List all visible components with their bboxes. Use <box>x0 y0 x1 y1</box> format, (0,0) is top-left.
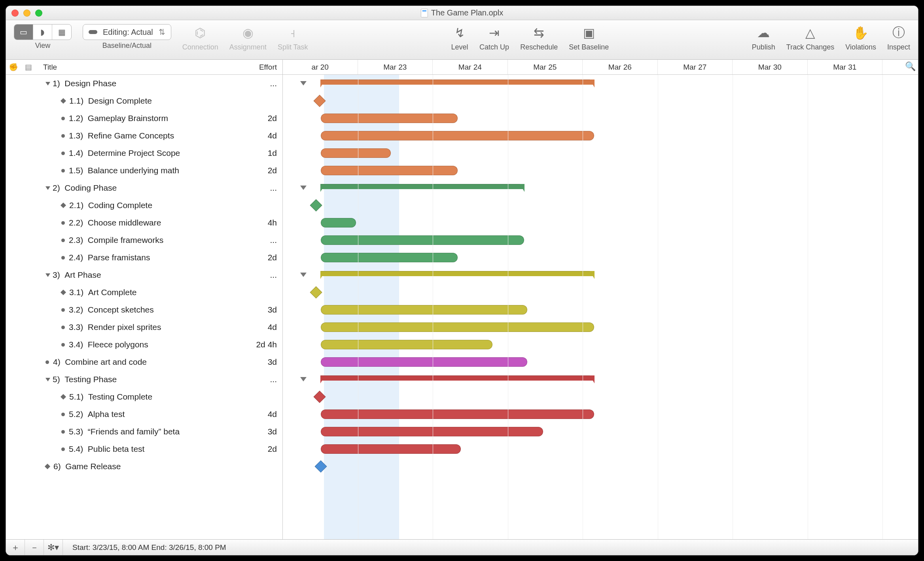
gantt-row[interactable] <box>283 214 918 231</box>
gantt-row[interactable] <box>283 231 918 249</box>
gantt-row[interactable] <box>283 92 918 110</box>
task-bar[interactable] <box>321 218 356 227</box>
task-bar[interactable] <box>321 148 391 158</box>
inspect-icon[interactable]: ⓘ <box>890 24 907 42</box>
gantt-row[interactable] <box>283 179 918 197</box>
task-bar[interactable] <box>321 253 457 262</box>
catchup-icon[interactable]: ⇥ <box>486 24 503 42</box>
task-row[interactable]: 1.3) Refine Game Concepts4d <box>6 127 282 144</box>
task-row[interactable]: 1) Design Phase... <box>6 75 282 92</box>
gantt-view-icon[interactable]: ▭ <box>14 25 33 40</box>
task-bar[interactable] <box>321 166 457 175</box>
task-bar[interactable] <box>321 114 457 123</box>
split-task-icon[interactable]: ⫞ <box>284 24 301 42</box>
task-bar[interactable] <box>321 340 492 349</box>
disclosure-triangle-icon[interactable] <box>45 82 50 85</box>
task-bar[interactable] <box>321 131 594 140</box>
effort-column-header[interactable]: Effort <box>243 63 282 72</box>
view-mode-segment[interactable]: ▭ ◗ ▦ <box>14 24 72 40</box>
add-button[interactable]: ＋ <box>6 540 25 555</box>
gantt-row[interactable] <box>283 388 918 406</box>
group-disclosure-icon[interactable] <box>300 81 307 85</box>
date-header[interactable]: Mar 23 <box>358 60 433 74</box>
action-menu-button[interactable]: ✻▾ <box>44 540 63 555</box>
zoom-fit-icon[interactable]: 🔍 <box>905 61 916 72</box>
timeline-header[interactable]: 🔍 ar 20Mar 23Mar 24Mar 25Mar 26Mar 27Mar… <box>283 60 918 74</box>
disclosure-triangle-icon[interactable] <box>45 273 50 277</box>
gantt-row[interactable] <box>283 301 918 318</box>
task-row[interactable]: 3) Art Phase... <box>6 266 282 284</box>
group-bar[interactable] <box>321 271 594 279</box>
gantt-row[interactable] <box>283 127 918 144</box>
task-row[interactable]: 2.2) Choose middleware4h <box>6 214 282 231</box>
task-row[interactable]: 5.3) “Friends and family” beta3d <box>6 423 282 440</box>
task-row[interactable]: 5) Testing Phase... <box>6 371 282 388</box>
task-bar[interactable] <box>321 305 527 315</box>
gantt-chart[interactable] <box>283 75 918 539</box>
gantt-row[interactable] <box>283 284 918 301</box>
zoom-icon[interactable] <box>35 9 42 17</box>
title-column-header[interactable]: Title <box>36 63 243 72</box>
gantt-row[interactable] <box>283 336 918 353</box>
task-row[interactable]: 2.3) Compile frameworks... <box>6 231 282 249</box>
gantt-row[interactable] <box>283 440 918 458</box>
connection-icon[interactable]: ⌬ <box>191 24 209 42</box>
task-row[interactable]: 3.2) Concept sketches3d <box>6 301 282 318</box>
date-header[interactable]: Mar 30 <box>733 60 808 74</box>
task-row[interactable]: 4) Combine art and code3d <box>6 353 282 371</box>
gantt-row[interactable] <box>283 423 918 440</box>
date-header[interactable]: ar 20 <box>283 60 358 74</box>
task-row[interactable]: 2.1) Coding Complete <box>6 197 282 214</box>
grab-icon[interactable]: ✊ <box>6 63 21 72</box>
gantt-row[interactable] <box>283 249 918 266</box>
violations-icon[interactable]: ✋ <box>852 24 869 42</box>
task-bar[interactable] <box>321 357 527 367</box>
date-header[interactable]: Mar 26 <box>583 60 658 74</box>
gantt-row[interactable] <box>283 371 918 388</box>
task-row[interactable]: 3.1) Art Complete <box>6 284 282 301</box>
gantt-row[interactable] <box>283 197 918 214</box>
gantt-row[interactable] <box>283 353 918 371</box>
task-row[interactable]: 1.2) Gameplay Brainstorm2d <box>6 110 282 127</box>
level-icon[interactable]: ↯ <box>451 24 468 42</box>
group-bar[interactable] <box>321 184 524 192</box>
milestone-diamond[interactable] <box>314 390 326 403</box>
calendar-view-icon[interactable]: ▦ <box>52 25 71 40</box>
task-row[interactable]: 5.4) Public beta test2d <box>6 440 282 458</box>
milestone-diamond[interactable] <box>310 286 322 298</box>
task-bar[interactable] <box>321 322 594 332</box>
gantt-row[interactable] <box>283 266 918 284</box>
task-row[interactable]: 2.4) Parse framistans2d <box>6 249 282 266</box>
publish-icon[interactable]: ☁ <box>755 24 772 42</box>
date-header[interactable]: Mar 24 <box>433 60 508 74</box>
gantt-row[interactable] <box>283 75 918 92</box>
track-changes-icon[interactable]: △ <box>802 24 819 42</box>
task-row[interactable]: 5.2) Alpha test4d <box>6 406 282 423</box>
gantt-row[interactable] <box>283 406 918 423</box>
disclosure-triangle-icon[interactable] <box>45 378 50 381</box>
remove-button[interactable]: － <box>25 540 44 555</box>
milestone-diamond[interactable] <box>310 199 322 211</box>
milestone-diamond[interactable] <box>314 95 326 107</box>
gantt-row[interactable] <box>283 318 918 336</box>
task-row[interactable]: 1.4) Determine Project Scope1d <box>6 144 282 162</box>
date-header[interactable]: Mar 27 <box>658 60 733 74</box>
group-bar[interactable] <box>321 375 594 383</box>
assignment-icon[interactable]: ◉ <box>239 24 257 42</box>
notes-icon[interactable]: ▤ <box>21 63 36 72</box>
task-row[interactable]: 3.3) Render pixel sprites4d <box>6 318 282 336</box>
baseline-dropdown[interactable]: Editing: Actual ⇅ <box>83 24 171 40</box>
task-row[interactable]: 6) Game Release <box>6 458 282 475</box>
task-row[interactable]: 1.1) Design Complete <box>6 92 282 110</box>
resource-view-icon[interactable]: ◗ <box>33 25 52 40</box>
task-row[interactable]: 5.1) Testing Complete <box>6 388 282 406</box>
task-bar[interactable] <box>321 409 594 419</box>
task-row[interactable]: 2) Coding Phase... <box>6 179 282 197</box>
set-baseline-icon[interactable]: ▣ <box>580 24 598 42</box>
task-bar[interactable] <box>321 444 460 454</box>
reschedule-icon[interactable]: ⇆ <box>530 24 548 42</box>
task-row[interactable]: 3.4) Fleece polygons2d 4h <box>6 336 282 353</box>
group-bar[interactable] <box>321 80 594 87</box>
milestone-diamond[interactable] <box>315 460 327 472</box>
disclosure-triangle-icon[interactable] <box>45 186 50 190</box>
